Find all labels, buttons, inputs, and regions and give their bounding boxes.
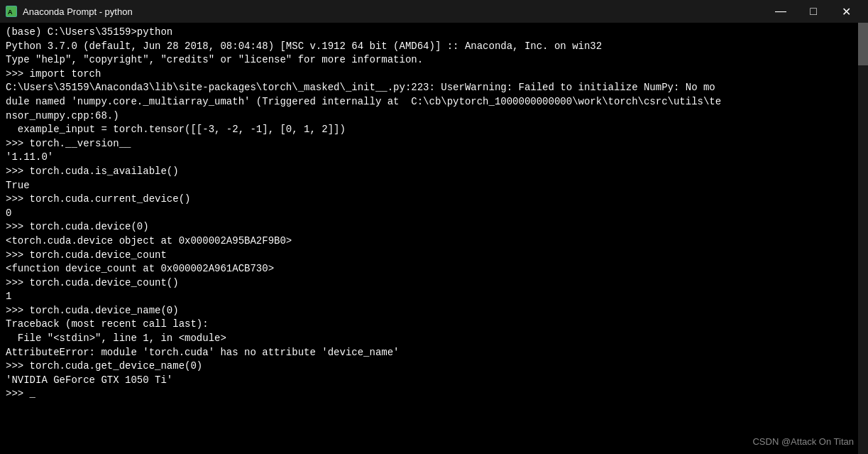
maximize-button[interactable]: □ (797, 0, 830, 23)
terminal-line: >>> torch.cuda.device_count() (6, 276, 862, 291)
terminal-line: (base) C:\Users\35159>python (6, 26, 862, 40)
terminal-line: C:\Users\35159\Anaconda3\lib\site-packag… (6, 81, 862, 95)
terminal-line: True (6, 179, 862, 193)
terminal-line: >>> torch.cuda.is_available() (6, 165, 862, 179)
terminal-line: Python 3.7.0 (default, Jun 28 2018, 08:0… (6, 40, 862, 54)
svg-text:A: A (8, 9, 13, 16)
window-controls: — □ ✕ (764, 0, 862, 23)
scrollbar[interactable] (858, 23, 868, 454)
terminal-line: 1 (6, 290, 862, 304)
minimize-button[interactable]: — (764, 0, 797, 23)
terminal-body[interactable]: (base) C:\Users\35159>pythonPython 3.7.0… (0, 23, 868, 454)
scrollbar-thumb[interactable] (858, 23, 868, 65)
terminal-line: nsor_numpy.cpp:68.) (6, 109, 862, 124)
terminal-line: >>> torch.cuda.device_name(0) (6, 304, 862, 318)
terminal-line: 0 (6, 207, 862, 221)
terminal-line: <function device_count at 0x000002A961AC… (6, 262, 862, 276)
window: A Anaconda Prompt - python — □ ✕ (base) … (0, 0, 868, 454)
terminal-line: >>> torch.cuda.device(0) (6, 220, 862, 234)
terminal-line: >>> torch.cuda.device_count (6, 249, 862, 263)
app-icon: A (6, 6, 17, 17)
terminal-line: >>> torch.cuda.current_device() (6, 193, 862, 207)
close-button[interactable]: ✕ (830, 0, 862, 23)
terminal-line: >>> torch.cuda.get_device_name(0) (6, 360, 862, 374)
terminal-line: >>> torch.__version__ (6, 137, 862, 151)
terminal-line: >>> import torch (6, 67, 862, 82)
terminal-line: Type "help", "copyright", "credits" or "… (6, 53, 862, 67)
terminal-line: <torch.cuda.device object at 0x000002A95… (6, 234, 862, 249)
terminal-line: Traceback (most recent call last): (6, 318, 862, 332)
terminal-line: >>> _ (6, 387, 862, 401)
terminal-line: example_input = torch.tensor([[-3, -2, -… (6, 123, 862, 137)
terminal-line: '1.11.0' (6, 151, 862, 165)
title-bar-left: A Anaconda Prompt - python (6, 6, 133, 17)
terminal-line: dule named 'numpy.core._multiarray_umath… (6, 95, 862, 109)
terminal-output: (base) C:\Users\35159>pythonPython 3.7.0… (6, 26, 862, 401)
terminal-line: File "<stdin>", line 1, in <module> (6, 332, 862, 346)
watermark: CSDN @Attack On Titan (752, 436, 854, 448)
title-bar: A Anaconda Prompt - python — □ ✕ (0, 0, 868, 23)
terminal-line: AttributeError: module 'torch.cuda' has … (6, 346, 862, 360)
window-title: Anaconda Prompt - python (23, 6, 133, 17)
terminal-line: 'NVIDIA GeForce GTX 1050 Ti' (6, 374, 862, 388)
